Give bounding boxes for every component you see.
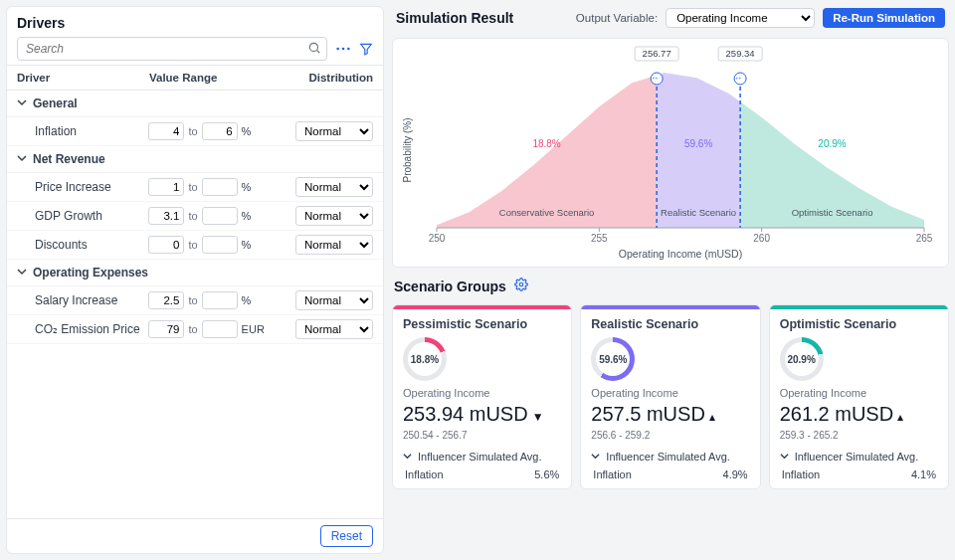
range-to-label: to	[188, 239, 197, 251]
driver-row: Salary Increase to % Normal	[7, 286, 383, 315]
driver-group-name: Net Revenue	[33, 152, 105, 166]
rerun-button[interactable]: Re-Run Simulation	[823, 8, 945, 28]
range-unit: %	[242, 294, 270, 306]
range-to-label: to	[188, 125, 197, 137]
metric-value: 253.94 mUSD▼	[403, 403, 561, 426]
probability-value: 59.6%	[596, 342, 630, 376]
metric-label: Operating Income	[403, 387, 561, 399]
search-icon	[307, 41, 321, 58]
driver-group-toggle[interactable]: Net Revenue	[7, 146, 383, 173]
x-tick-label: 260	[753, 233, 770, 244]
driver-name: GDP Growth	[35, 209, 144, 223]
svg-point-2	[336, 48, 339, 51]
driver-group-toggle[interactable]: General	[7, 91, 383, 117]
distribution-select[interactable]: Normal	[295, 121, 373, 141]
driver-row: CO₂ Emission Price to EUR Normal	[7, 315, 383, 344]
output-variable-label: Output Variable:	[576, 12, 658, 24]
range-unit: %	[242, 210, 270, 222]
range-to-input[interactable]	[202, 178, 238, 196]
range-unit: %	[242, 125, 270, 137]
filter-icon[interactable]	[359, 42, 373, 56]
range-to-input[interactable]	[202, 207, 238, 225]
svg-point-3	[342, 48, 345, 51]
driver-name: CO₂ Emission Price	[35, 322, 144, 336]
metric-value: 257.5 mUSD▴	[591, 403, 749, 426]
range-to-input[interactable]	[202, 236, 238, 254]
distribution-select[interactable]: Normal	[295, 206, 373, 226]
col-dist: Distribution	[272, 72, 373, 84]
probability-value: 18.8%	[408, 342, 442, 376]
driver-name: Price Increase	[35, 180, 144, 194]
metric-value: 261.2 mUSD▴	[780, 403, 938, 426]
influencer-label: Influencer Simulated Avg.	[606, 451, 730, 463]
chevron-down-icon	[17, 152, 27, 166]
influencer-name: Inflation	[782, 468, 821, 480]
distribution-select[interactable]: Normal	[295, 177, 373, 197]
range-from-input[interactable]	[148, 291, 184, 309]
range-from-input[interactable]	[148, 320, 184, 338]
driver-group-toggle[interactable]: Operating Expenses	[7, 260, 383, 286]
x-axis-label: Operating Income (mUSD)	[619, 248, 742, 260]
x-tick-label: 250	[429, 233, 446, 244]
col-range: Value Range	[149, 72, 272, 84]
chart-region-name: Optimistic Scenario	[792, 207, 873, 218]
driver-row: Inflation to % Normal	[7, 117, 383, 146]
influencer-value: 5.6%	[534, 468, 559, 480]
range-from-input[interactable]	[148, 236, 184, 254]
range-to-input[interactable]	[202, 320, 238, 338]
range-to-input[interactable]	[202, 291, 238, 309]
metric-label: Operating Income	[780, 387, 938, 399]
svg-marker-5	[361, 44, 372, 55]
drivers-title: Drivers	[17, 15, 373, 31]
influencer-label: Influencer Simulated Avg.	[795, 451, 919, 463]
output-variable-select[interactable]: Operating Income	[666, 8, 815, 28]
chart-region-name: Realistic Scenario	[661, 207, 736, 218]
metric-range: 259.3 - 265.2	[780, 430, 938, 441]
range-unit: EUR	[242, 323, 270, 335]
trend-arrow-icon: ▼	[532, 410, 544, 424]
driver-name: Inflation	[35, 124, 144, 138]
range-from-input[interactable]	[148, 178, 184, 196]
chart-region-pct: 59.6%	[684, 138, 712, 149]
metric-label: Operating Income	[591, 387, 749, 399]
driver-row: Discounts to % Normal	[7, 231, 383, 260]
metric-range: 256.6 - 259.2	[591, 430, 749, 441]
range-to-label: to	[188, 181, 197, 193]
reset-button[interactable]: Reset	[320, 525, 373, 547]
more-actions-icon[interactable]	[335, 42, 351, 56]
scenario-name: Realistic Scenario	[591, 317, 749, 331]
chevron-down-icon	[17, 266, 27, 280]
chart-region-name: Conservative Scenario	[499, 207, 595, 218]
settings-icon[interactable]	[514, 278, 528, 294]
drivers-table-header: Driver Value Range Distribution	[7, 65, 383, 91]
x-tick-label: 255	[591, 233, 608, 244]
range-to-input[interactable]	[202, 122, 238, 140]
search-input[interactable]	[17, 37, 327, 61]
chevron-down-icon	[403, 451, 412, 463]
distribution-select[interactable]: Normal	[295, 235, 373, 255]
driver-group-name: Operating Expenses	[33, 266, 148, 280]
influencer-toggle[interactable]: Influencer Simulated Avg.	[780, 451, 938, 463]
range-unit: %	[242, 181, 270, 193]
influencer-toggle[interactable]: Influencer Simulated Avg.	[403, 451, 561, 463]
svg-line-1	[317, 51, 320, 54]
distribution-select[interactable]: Normal	[295, 319, 373, 339]
metric-range: 250.54 - 256.7	[403, 430, 561, 441]
driver-search	[17, 37, 327, 61]
col-driver: Driver	[17, 72, 149, 84]
right-panel: Simulation Result Output Variable: Opera…	[392, 6, 949, 554]
driver-group-name: General	[33, 96, 78, 110]
trend-arrow-icon: ▴	[709, 410, 715, 424]
distribution-select[interactable]: Normal	[295, 290, 373, 310]
probability-donut: 20.9%	[780, 337, 824, 381]
scenario-card: Realistic Scenario 59.6% Operating Incom…	[580, 304, 760, 489]
x-tick-label: 265	[916, 233, 933, 244]
probability-donut: 59.6%	[591, 337, 635, 381]
driver-name: Discounts	[35, 238, 144, 252]
chart-marker-label: 259.34	[726, 48, 755, 59]
range-from-input[interactable]	[148, 207, 184, 225]
scenario-name: Optimistic Scenario	[780, 317, 938, 331]
range-from-input[interactable]	[148, 122, 184, 140]
influencer-toggle[interactable]: Influencer Simulated Avg.	[591, 451, 749, 463]
y-axis-label: Probability (%)	[402, 117, 413, 182]
